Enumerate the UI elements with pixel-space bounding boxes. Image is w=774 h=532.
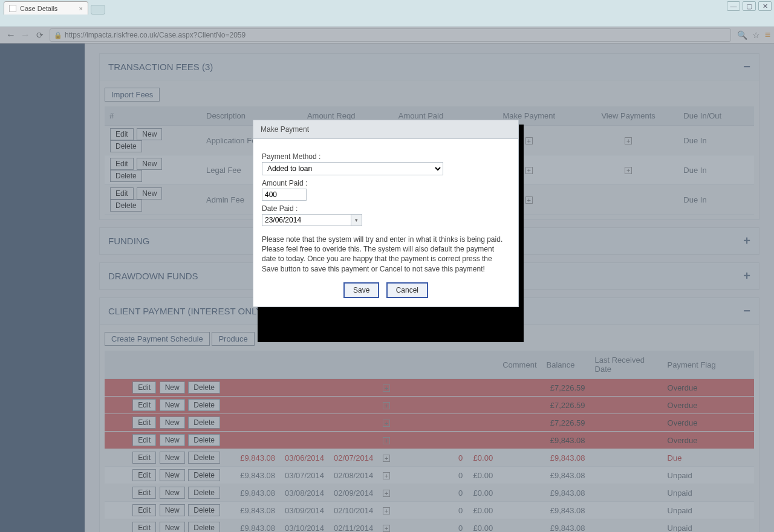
cancel-button[interactable]: Cancel (386, 282, 428, 298)
page-icon (9, 5, 16, 12)
date-dropdown-icon[interactable]: ▾ (351, 214, 362, 226)
minimize-button[interactable]: — (727, 1, 740, 11)
date-paid-label: Date Paid : (262, 204, 510, 213)
payment-method-label: Payment Method : (262, 152, 510, 161)
modal-note: Please note that the system will try and… (262, 235, 510, 274)
browser-tab[interactable]: Case Details × (4, 1, 88, 15)
payment-method-select[interactable]: Added to loan (262, 162, 443, 175)
maximize-button[interactable]: ▢ (743, 1, 756, 11)
date-paid-input[interactable] (262, 214, 351, 226)
save-button[interactable]: Save (343, 282, 379, 298)
close-window-button[interactable]: ✕ (758, 1, 772, 11)
tab-title: Case Details (20, 5, 57, 12)
close-tab-icon[interactable]: × (79, 5, 83, 12)
make-payment-modal: Make Payment Payment Method : Added to l… (253, 120, 519, 307)
modal-title: Make Payment (253, 120, 519, 139)
browser-chrome: Case Details × — ▢ ✕ (0, 0, 774, 27)
amount-paid-input[interactable] (262, 189, 307, 201)
new-tab-button[interactable] (91, 5, 105, 15)
amount-paid-label: Amount Paid : (262, 179, 510, 187)
